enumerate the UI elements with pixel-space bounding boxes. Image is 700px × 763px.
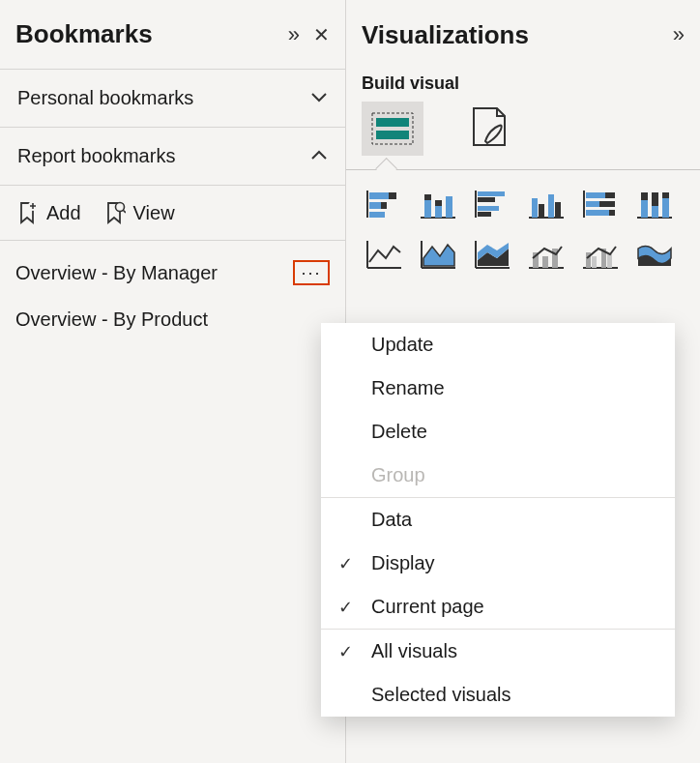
svg-rect-7 (369, 192, 389, 199)
report-bookmarks-section[interactable]: Report bookmarks (0, 128, 345, 186)
viz-100-stacked-bar-icon[interactable] (576, 184, 625, 224)
svg-rect-30 (605, 192, 615, 198)
personal-bookmarks-label: Personal bookmarks (17, 87, 310, 109)
viz-clustered-column-icon[interactable] (522, 184, 570, 224)
svg-rect-8 (389, 192, 396, 199)
personal-bookmarks-section[interactable]: Personal bookmarks (0, 70, 345, 128)
more-options-button[interactable]: ··· (293, 260, 330, 285)
svg-rect-39 (652, 192, 658, 206)
table-build-icon (371, 112, 414, 145)
svg-rect-3 (372, 113, 413, 144)
viz-stacked-bar-icon[interactable] (360, 184, 408, 224)
svg-rect-20 (478, 197, 495, 202)
add-label: Add (46, 202, 81, 224)
ctx-update[interactable]: ✓Update (321, 323, 675, 367)
format-visual-tab[interactable] (468, 104, 510, 153)
chevron-up-icon (310, 146, 328, 166)
svg-rect-56 (607, 254, 612, 268)
build-visual-label: Build visual (346, 70, 700, 102)
visualizations-header: Visualizations » (346, 0, 700, 70)
bookmarks-title: Bookmarks (15, 19, 288, 49)
view-bookmark-button[interactable]: View (104, 201, 175, 224)
svg-rect-25 (539, 204, 544, 218)
svg-rect-24 (532, 198, 538, 218)
bookmarks-pane: Bookmarks » ✕ Personal bookmarks Report … (0, 0, 346, 763)
visualization-gallery (346, 170, 700, 288)
svg-rect-14 (424, 194, 431, 200)
check-icon: ✓ (338, 553, 371, 574)
svg-rect-4 (376, 118, 409, 127)
visualizations-title: Visualizations (362, 20, 673, 50)
viz-clustered-bar-icon[interactable] (468, 184, 516, 224)
bookmark-item[interactable]: Overview - By Manager ··· (0, 249, 345, 297)
check-icon: ✓ (338, 641, 371, 662)
build-visual-tab[interactable] (362, 102, 423, 156)
ctx-all-visuals[interactable]: ✓All visuals (321, 630, 675, 673)
ctx-display[interactable]: ✓Display (321, 542, 675, 585)
collapse-pane-icon[interactable]: » (288, 24, 300, 45)
ctx-group: ✓Group (321, 454, 675, 497)
svg-rect-54 (592, 256, 597, 268)
svg-rect-41 (662, 192, 669, 198)
close-pane-icon[interactable]: ✕ (313, 25, 330, 44)
bookmarks-header: Bookmarks » ✕ (0, 0, 345, 70)
bookmark-list: Overview - By Manager ··· Overview - By … (0, 241, 345, 350)
viz-line-icon[interactable] (360, 234, 408, 275)
viz-100-stacked-column-icon[interactable] (630, 184, 679, 224)
viz-stacked-column-icon[interactable] (414, 184, 462, 224)
svg-rect-11 (369, 212, 385, 218)
bookmark-item-label: Overview - By Manager (15, 262, 291, 284)
svg-line-2 (123, 210, 126, 213)
page-brush-icon (468, 104, 510, 149)
viz-line-stacked-column-icon[interactable] (522, 234, 570, 275)
ctx-current-page[interactable]: ✓Current page (321, 585, 675, 629)
bookmark-item-label: Overview - By Product (15, 308, 330, 331)
bookmark-add-icon (17, 201, 39, 224)
svg-rect-50 (542, 256, 548, 268)
svg-rect-17 (446, 196, 452, 218)
viz-stacked-area-icon[interactable] (468, 234, 516, 275)
chevron-down-icon (310, 88, 328, 108)
svg-rect-19 (478, 191, 505, 196)
ctx-delete[interactable]: ✓Delete (321, 410, 675, 454)
ctx-rename[interactable]: ✓Rename (321, 367, 675, 410)
svg-rect-10 (381, 202, 387, 209)
svg-rect-32 (599, 201, 615, 207)
svg-rect-37 (641, 192, 648, 200)
svg-rect-9 (369, 202, 381, 209)
bookmark-context-menu: ✓Update ✓Rename ✓Delete ✓Group ✓Data ✓Di… (321, 323, 675, 717)
ellipsis-icon: ··· (301, 263, 321, 283)
svg-rect-13 (424, 200, 431, 218)
viz-area-icon[interactable] (414, 234, 462, 275)
build-visual-tabs (346, 102, 700, 170)
svg-rect-29 (586, 192, 605, 198)
viz-ribbon-icon[interactable] (630, 234, 679, 275)
ctx-data[interactable]: ✓Data (321, 498, 675, 542)
bookmarks-toolbar: Add View (0, 186, 345, 241)
add-bookmark-button[interactable]: Add (17, 201, 81, 224)
check-icon: ✓ (338, 597, 371, 618)
svg-rect-31 (586, 201, 599, 207)
svg-rect-33 (586, 210, 609, 216)
svg-rect-27 (555, 202, 561, 218)
svg-rect-22 (478, 212, 491, 217)
report-bookmarks-label: Report bookmarks (17, 145, 310, 167)
svg-rect-5 (376, 131, 409, 139)
svg-rect-15 (435, 206, 442, 218)
svg-rect-34 (609, 210, 615, 216)
viz-line-clustered-column-icon[interactable] (576, 234, 625, 275)
svg-rect-21 (478, 206, 499, 211)
bookmark-item[interactable]: Overview - By Product (0, 297, 345, 342)
collapse-viz-icon[interactable]: » (673, 24, 685, 45)
ctx-selected-visuals[interactable]: ✓Selected visuals (321, 673, 675, 717)
view-label: View (133, 202, 175, 224)
svg-rect-26 (548, 194, 554, 218)
svg-rect-16 (435, 200, 442, 206)
bookmark-view-icon (104, 201, 126, 224)
